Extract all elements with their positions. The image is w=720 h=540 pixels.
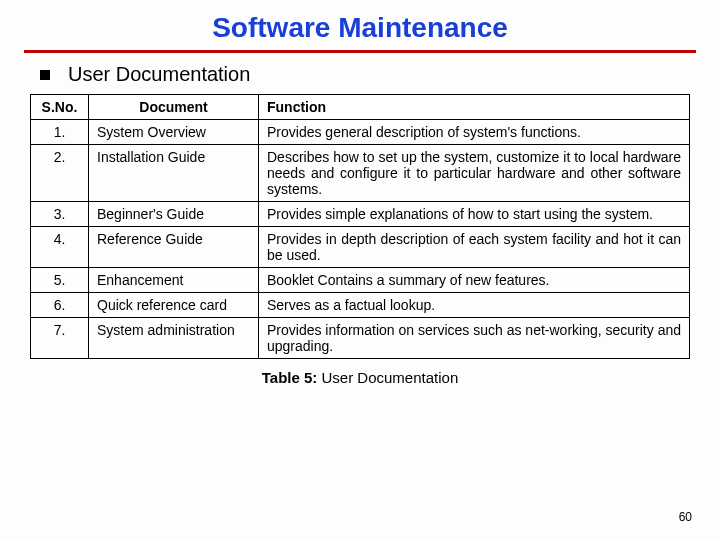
header-document: Document: [89, 95, 259, 120]
page-number: 60: [679, 510, 692, 524]
cell-document: Enhancement: [89, 268, 259, 293]
cell-document: System administration: [89, 318, 259, 359]
cell-document: Quick reference card: [89, 293, 259, 318]
table-row: 4. Reference Guide Provides in depth des…: [31, 227, 690, 268]
table-row: 7. System administration Provides inform…: [31, 318, 690, 359]
table-header-row: S.No. Document Function: [31, 95, 690, 120]
caption-text: User Documentation: [317, 369, 458, 386]
cell-sno: 6.: [31, 293, 89, 318]
cell-sno: 5.: [31, 268, 89, 293]
cell-sno: 7.: [31, 318, 89, 359]
cell-function: Describes how to set up the system, cust…: [259, 145, 690, 202]
cell-document: System Overview: [89, 120, 259, 145]
cell-sno: 3.: [31, 202, 89, 227]
cell-document: Installation Guide: [89, 145, 259, 202]
table-row: 6. Quick reference card Serves as a fact…: [31, 293, 690, 318]
subtitle-row: User Documentation: [0, 61, 720, 94]
title-divider: [24, 50, 696, 53]
table-row: 3. Beginner's Guide Provides simple expl…: [31, 202, 690, 227]
table-row: 2. Installation Guide Describes how to s…: [31, 145, 690, 202]
cell-function: Provides simple explanations of how to s…: [259, 202, 690, 227]
table-caption: Table 5: User Documentation: [0, 359, 720, 386]
subtitle: User Documentation: [68, 63, 250, 86]
cell-function: Booklet Contains a summary of new featur…: [259, 268, 690, 293]
header-function: Function: [259, 95, 690, 120]
cell-sno: 2.: [31, 145, 89, 202]
caption-bold: Table 5:: [262, 369, 318, 386]
page-title: Software Maintenance: [0, 0, 720, 50]
cell-function: Provides general description of system's…: [259, 120, 690, 145]
bullet-icon: [40, 70, 50, 80]
cell-function: Provides information on services such as…: [259, 318, 690, 359]
cell-sno: 4.: [31, 227, 89, 268]
table-row: 5. Enhancement Booklet Contains a summar…: [31, 268, 690, 293]
header-sno: S.No.: [31, 95, 89, 120]
cell-document: Beginner's Guide: [89, 202, 259, 227]
table-row: 1. System Overview Provides general desc…: [31, 120, 690, 145]
cell-sno: 1.: [31, 120, 89, 145]
cell-function: Provides in depth description of each sy…: [259, 227, 690, 268]
documentation-table: S.No. Document Function 1. System Overvi…: [30, 94, 690, 359]
cell-function: Serves as a factual lookup.: [259, 293, 690, 318]
cell-document: Reference Guide: [89, 227, 259, 268]
